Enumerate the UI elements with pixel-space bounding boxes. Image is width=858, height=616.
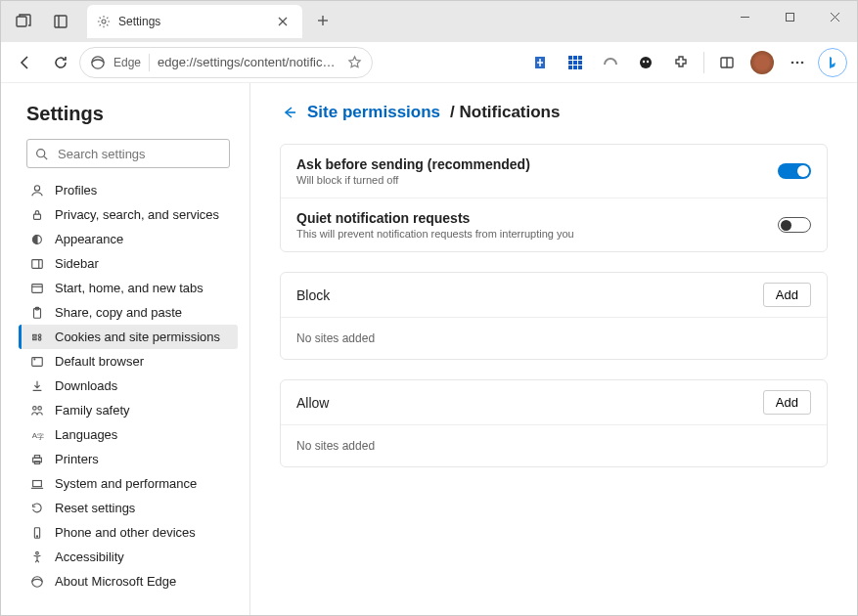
toggle-quiet-requests[interactable] xyxy=(778,217,811,233)
svg-rect-45 xyxy=(32,357,43,366)
address-bar[interactable]: Edge edge://settings/content/notificat..… xyxy=(79,47,373,78)
sidebar-item-share[interactable]: Share, copy and paste xyxy=(19,300,238,325)
browser-tab[interactable]: Settings xyxy=(87,5,302,38)
sidebar-item-label: Reset settings xyxy=(55,501,135,515)
settings-search-input[interactable] xyxy=(56,146,224,162)
settings-search[interactable] xyxy=(26,139,230,168)
sidebar-item-start[interactable]: Start, home, and new tabs xyxy=(19,276,238,300)
ext-grid-icon[interactable] xyxy=(559,46,592,79)
sidebar-item-accessibility[interactable]: Accessibility xyxy=(19,545,238,569)
sidebar-item-label: Family safety xyxy=(55,403,130,418)
bing-chat-icon[interactable] xyxy=(816,46,849,79)
sidebar-item-printers[interactable]: Printers xyxy=(19,447,238,471)
sidebar-item-privacy[interactable]: Privacy, search, and services xyxy=(19,202,238,227)
family-icon xyxy=(29,404,45,418)
laptop-icon xyxy=(29,477,45,491)
favorite-icon[interactable] xyxy=(347,55,362,69)
sidebar-item-downloads[interactable]: Downloads xyxy=(19,374,238,398)
maximize-button[interactable] xyxy=(767,1,812,32)
svg-rect-9 xyxy=(786,13,793,21)
sidebar-item-label: Share, copy and paste xyxy=(55,305,182,320)
ext-shield-icon[interactable] xyxy=(523,46,557,79)
sidebar-item-about[interactable]: About Microsoft Edge xyxy=(19,569,238,594)
sidebar-item-label: About Microsoft Edge xyxy=(55,574,176,589)
block-add-button[interactable]: Add xyxy=(763,283,811,307)
sidebar-item-phone[interactable]: Phone and other devices xyxy=(19,520,238,545)
tab-title: Settings xyxy=(118,15,265,28)
appearance-icon xyxy=(29,233,45,246)
svg-point-22 xyxy=(640,57,652,68)
toggle-ask-before-sending[interactable] xyxy=(778,163,811,179)
block-title: Block xyxy=(296,287,763,303)
close-window-button[interactable] xyxy=(812,1,857,32)
sidebar-item-reset[interactable]: Reset settings xyxy=(19,496,238,520)
svg-point-44 xyxy=(38,337,41,340)
svg-text:字: 字 xyxy=(37,433,44,440)
ext-vpn-icon[interactable] xyxy=(594,46,627,79)
tab-actions-icon[interactable] xyxy=(42,4,79,39)
svg-line-31 xyxy=(44,155,47,158)
sidebar-item-appearance[interactable]: Appearance xyxy=(19,227,238,251)
split-screen-icon[interactable] xyxy=(710,46,744,79)
sidebar-item-label: Phone and other devices xyxy=(55,525,196,540)
settings-title: Settings xyxy=(26,103,238,125)
sidebar-item-cookies[interactable]: Cookies and site permissions xyxy=(19,325,238,349)
sidebar-item-default-browser[interactable]: Default browser xyxy=(19,349,238,374)
svg-point-3 xyxy=(102,20,106,23)
window-icon xyxy=(29,282,45,295)
svg-rect-0 xyxy=(17,17,26,26)
extensions-icon[interactable] xyxy=(664,46,698,79)
svg-rect-42 xyxy=(33,337,37,339)
breadcrumb-back-icon[interactable] xyxy=(280,104,297,121)
option-title: Quiet notification requests xyxy=(296,210,778,226)
sidebar-item-label: Accessibility xyxy=(55,550,124,564)
workspaces-icon[interactable] xyxy=(5,4,42,39)
sidebar-item-profiles[interactable]: Profiles xyxy=(19,178,238,202)
new-tab-button[interactable] xyxy=(308,6,338,35)
svg-rect-21 xyxy=(578,66,582,69)
sidebar-item-family[interactable]: Family safety xyxy=(19,398,238,422)
option-subtitle: This will prevent notification requests … xyxy=(296,228,778,240)
sidebar-item-languages[interactable]: A字Languages xyxy=(19,422,238,447)
toolbar-divider xyxy=(703,52,704,73)
more-menu-icon[interactable] xyxy=(781,46,814,79)
allow-card: Allow Add No sites added xyxy=(280,379,828,467)
main-panel: Site permissions / Notifications Ask bef… xyxy=(250,83,857,615)
sidebar-item-sidebar[interactable]: Sidebar xyxy=(19,251,238,276)
svg-point-48 xyxy=(38,406,42,410)
breadcrumb-parent[interactable]: Site permissions xyxy=(307,103,440,122)
sidebar-item-label: Cookies and site permissions xyxy=(55,330,220,344)
accessibility-icon xyxy=(29,550,45,564)
ext-alien-icon[interactable] xyxy=(629,46,662,79)
svg-rect-17 xyxy=(573,61,577,65)
sidebar-item-label: Downloads xyxy=(55,378,117,393)
svg-point-29 xyxy=(801,61,804,64)
close-tab-icon[interactable] xyxy=(273,12,293,31)
svg-point-56 xyxy=(36,535,37,536)
svg-point-32 xyxy=(34,185,39,190)
sidebar-item-system[interactable]: System and performance xyxy=(19,471,238,496)
sidebar-item-label: Languages xyxy=(55,427,117,442)
option-subtitle: Will block if turned off xyxy=(296,174,778,186)
svg-rect-14 xyxy=(573,56,577,60)
svg-rect-18 xyxy=(578,61,582,65)
sidebar-item-label: Appearance xyxy=(55,232,123,246)
minimize-button[interactable] xyxy=(722,1,767,32)
svg-rect-35 xyxy=(32,259,43,268)
toolbar: Edge edge://settings/content/notificat..… xyxy=(1,42,857,83)
option-title: Ask before sending (recommended) xyxy=(296,156,778,172)
allow-add-button[interactable]: Add xyxy=(763,390,811,415)
svg-point-12 xyxy=(92,56,104,67)
profile-avatar[interactable] xyxy=(745,46,779,79)
sidebar-item-label: Default browser xyxy=(55,354,144,369)
tab-strip: Settings xyxy=(1,1,341,42)
browser-icon xyxy=(29,355,45,369)
allow-header: Allow Add xyxy=(281,380,827,425)
svg-rect-41 xyxy=(33,334,37,336)
back-button[interactable] xyxy=(9,46,42,79)
address-source-label: Edge xyxy=(113,56,141,69)
refresh-button[interactable] xyxy=(44,46,77,79)
breadcrumb-current: / Notifications xyxy=(450,103,560,122)
language-icon: A字 xyxy=(29,428,45,442)
allow-title: Allow xyxy=(296,395,763,411)
